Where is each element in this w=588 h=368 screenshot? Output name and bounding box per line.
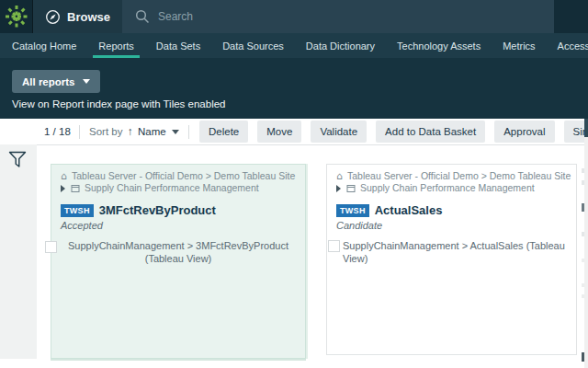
toolbar-divider [37,144,588,145]
sort-by-label: Sort by [89,126,122,137]
card-folder-row: Supply Chain Performance Management [61,182,296,194]
object-type-badge: TWSH [61,204,94,217]
app-logo[interactable] [0,0,33,33]
chevron-down-icon [172,130,179,134]
card-source-path[interactable]: Tableau Server - Official Demo > Demo Ta… [72,170,295,182]
browse-button[interactable]: Browse [33,0,122,33]
expand-caret-icon[interactable] [61,185,65,192]
move-button[interactable]: Move [257,121,301,143]
card-title-row: TWSH ActualSales [336,203,567,217]
card-folder-row: Supply Chain Performance Management [336,182,567,194]
workbook-icon [71,184,80,193]
top-bar: Browse [0,0,588,33]
card-select-checkbox[interactable] [328,240,340,252]
card-source-row: ⌂ Tableau Server - Official Demo > Demo … [61,170,296,182]
card-source-path[interactable]: Tableau Server - Official Demo > Demo Ta… [347,170,571,182]
data-source-icon: ⌂ [61,170,67,182]
results-toolbar: 1 / 18 Sort by ↑ Name Delete Move Valida… [0,119,588,144]
filter-rail [0,144,37,359]
reports-hero-section: All reports View on Report index page wi… [0,58,588,119]
delete-button[interactable]: Delete [199,121,248,143]
card-title-row: TWSH 3MFctRevByProduct [61,203,296,217]
data-source-icon: ⌂ [336,170,343,182]
search-icon [135,9,150,24]
nav-item-technology-assets[interactable]: Technology Assets [397,33,481,58]
approval-button[interactable]: Approval [494,121,554,143]
expand-caret-icon[interactable] [336,185,341,192]
browse-label: Browse [67,10,110,24]
status-badge: Accepted [61,220,296,231]
sort-field-dropdown[interactable]: Name [138,126,179,137]
nav-item-metrics[interactable]: Metrics [503,33,535,58]
search-input[interactable] [158,10,507,23]
card-title[interactable]: 3MFctRevByProduct [99,203,216,217]
nav-item-reports[interactable]: Reports [98,33,134,58]
chevron-down-icon [83,79,90,84]
report-card-3mfctrevbyproduct[interactable]: ⌂ Tableau Server - Official Demo > Demo … [51,164,306,359]
report-card-actualsales[interactable]: ⌂ Tableau Server - Official Demo > Demo … [326,164,577,355]
toolbar-separator [79,125,80,139]
add-to-data-basket-button[interactable]: Add to Data Basket [376,121,485,143]
card-path[interactable]: SupplyChainManagement > 3MFctRevByProduc… [68,240,288,264]
toolbar-separator [188,125,189,139]
card-path[interactable]: SupplyChainManagement > ActualSales (Tab… [343,240,567,265]
bulk-action-buttons: Delete Move Validate Add to Data Basket … [199,121,588,143]
card-path-row: SupplyChainManagement > ActualSales (Tab… [328,240,567,265]
scrollbar-thumb[interactable] [584,119,588,137]
nav-item-data-dictionary[interactable]: Data Dictionary [306,33,375,58]
nav-item-data-sources[interactable]: Data Sources [222,33,284,58]
object-type-badge: TWSH [336,204,369,217]
page-indicator: 1 / 18 [44,126,71,137]
card-folder-name[interactable]: Supply Chain Performance Management [360,182,535,194]
nav-item-access-requests[interactable]: Access Requests [558,33,588,58]
filter-funnel-icon[interactable] [8,151,27,168]
sort-ascending-icon[interactable]: ↑ [127,125,132,138]
workbook-icon [346,184,356,193]
all-reports-label: All reports [22,76,75,87]
all-reports-dropdown[interactable]: All reports [12,70,100,93]
sort-field-label: Name [138,126,166,137]
global-search[interactable] [122,0,554,33]
scrollbar-track[interactable] [584,119,588,368]
card-title[interactable]: ActualSales [375,203,443,217]
validate-button[interactable]: Validate [311,121,367,143]
card-path-row: SupplyChainManagement > 3MFctRevByProduc… [61,240,296,265]
card-select-checkbox[interactable] [45,241,57,253]
nav-item-catalog-home[interactable]: Catalog Home [12,33,76,58]
alation-logo-icon [5,5,28,29]
catalog-nav: Catalog Home Reports Data Sets Data Sour… [0,33,588,58]
sort-by-control[interactable]: Sort by ↑ [89,125,132,138]
status-badge: Candidate [336,220,567,231]
hero-caption: View on Report index page with Tiles ena… [12,98,226,109]
card-folder-name[interactable]: Supply Chain Performance Management [85,182,259,194]
card-source-row: ⌂ Tableau Server - Official Demo > Demo … [336,170,567,182]
nav-item-data-sets[interactable]: Data Sets [156,33,200,58]
compass-icon [45,9,61,25]
